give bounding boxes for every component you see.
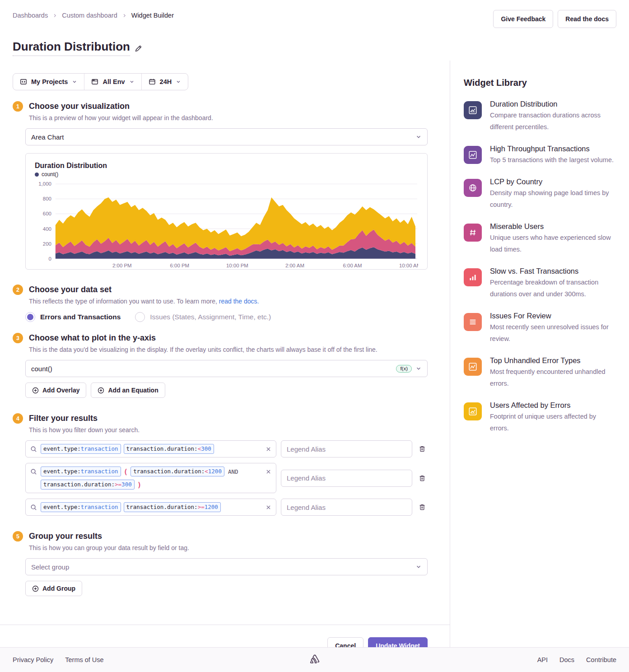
query-token[interactable]: event.type:transaction: [41, 467, 121, 476]
widget-library-item-description: Footprint of unique users affected by er…: [490, 411, 616, 434]
add-equation-button[interactable]: Add an Equation: [91, 383, 165, 398]
add-overlay-button[interactable]: Add Overlay: [25, 383, 86, 398]
step-title: Choose your data set: [29, 285, 112, 294]
query-token[interactable]: transaction.duration:<1200: [130, 467, 224, 476]
widget-library-item[interactable]: Users Affected by ErrorsFootprint of uni…: [464, 401, 616, 434]
line-chart-icon: [464, 146, 482, 164]
filter-query-input[interactable]: event.type:transaction(transaction.durat…: [25, 463, 276, 493]
plus-circle-icon: [32, 585, 39, 592]
globe-icon: [464, 179, 482, 197]
clear-filter-icon[interactable]: [266, 469, 271, 475]
widget-library-item[interactable]: Issues For ReviewMost recently seen unre…: [464, 312, 616, 345]
widget-library-item-name: Users Affected by Errors: [490, 401, 616, 410]
legend-alias-input[interactable]: [281, 499, 412, 516]
list-icon: [464, 313, 482, 331]
clear-filter-icon[interactable]: [266, 446, 271, 452]
sentry-logo-icon[interactable]: [309, 654, 321, 666]
breadcrumb-item[interactable]: Dashboards: [13, 12, 48, 19]
clear-filter-icon[interactable]: [266, 504, 271, 510]
footer-link[interactable]: Terms of Use: [65, 656, 103, 663]
trash-icon: [419, 445, 426, 453]
delete-filter-button[interactable]: [417, 502, 428, 513]
time-range-filter[interactable]: 24H: [141, 74, 188, 90]
footer-link[interactable]: Contribute: [586, 656, 616, 663]
step-number-badge: 4: [13, 413, 23, 424]
chevron-down-icon: [72, 79, 77, 84]
page-header: DashboardsCustom dashboardWidget Builder…: [0, 0, 629, 56]
svg-text:800: 800: [43, 196, 51, 201]
hash-icon: [464, 224, 482, 242]
trash-icon: [419, 475, 426, 482]
widget-library-item-name: Issues For Review: [490, 312, 616, 320]
chevron-down-icon: [176, 79, 181, 84]
widget-library-item[interactable]: Duration DistributionCompare transaction…: [464, 100, 616, 133]
line-chart-icon: [464, 358, 482, 376]
add-overlay-label: Add Overlay: [42, 387, 79, 394]
widget-builder-main: My Projects All Env: [0, 61, 450, 654]
filter-query-input[interactable]: event.type:transactiontransaction.durati…: [25, 440, 276, 457]
widget-library-item-description: Density map showing page load times by c…: [490, 187, 616, 210]
search-icon: [30, 468, 37, 475]
query-token[interactable]: event.type:transaction: [41, 502, 121, 512]
dataset-radio-option[interactable]: Issues (States, Assignment, Time, etc.): [135, 312, 271, 322]
query-token[interactable]: event.type:transaction: [41, 444, 121, 454]
breadcrumb-separator-icon: [52, 13, 57, 18]
group-select-placeholder: Select group: [31, 563, 415, 571]
footer-link[interactable]: Privacy Policy: [13, 656, 53, 663]
filter-row: event.type:transactiontransaction.durati…: [25, 440, 428, 457]
bar-chart-icon: [464, 268, 482, 286]
add-group-button[interactable]: Add Group: [25, 581, 82, 596]
widget-library-item[interactable]: LCP by CountryDensity map showing page l…: [464, 177, 616, 210]
widget-library-item[interactable]: Miserable UsersUnique users who have exp…: [464, 222, 616, 255]
environment-filter-label: All Env: [103, 78, 125, 85]
filter-query-input[interactable]: event.type:transactiontransaction.durati…: [25, 499, 276, 516]
step-title: Group your results: [29, 532, 102, 541]
chevron-down-icon: [415, 365, 422, 372]
legend-label: count(): [42, 171, 58, 177]
preview-chart-title: Duration Distribution: [35, 162, 418, 170]
yaxis-field-select[interactable]: count() f(x): [25, 360, 428, 377]
edit-title-pencil-icon[interactable]: [135, 45, 142, 52]
give-feedback-button[interactable]: Give Feedback: [493, 10, 553, 28]
query-token[interactable]: transaction.duration:>=1200: [124, 502, 221, 512]
delete-filter-button[interactable]: [417, 443, 428, 454]
calendar-icon: [149, 78, 156, 85]
add-equation-label: Add an Equation: [108, 387, 158, 394]
widget-library-item[interactable]: High Throughput TransactionsTop 5 transa…: [464, 145, 616, 166]
footer-link[interactable]: API: [537, 656, 548, 663]
query-token[interactable]: transaction.duration:>=300: [41, 480, 135, 490]
visualization-select[interactable]: Area Chart: [25, 128, 428, 145]
step-subtitle: This reflects the type of information yo…: [29, 298, 428, 305]
group-select[interactable]: Select group: [25, 558, 428, 575]
delete-filter-button[interactable]: [417, 473, 428, 484]
page-title: Duration Distribution: [13, 40, 130, 56]
read-the-docs-link[interactable]: read the docs.: [219, 298, 259, 305]
footer-right-links: APIDocsContribute: [537, 656, 616, 663]
dataset-radio-option[interactable]: Errors and Transactions: [25, 312, 121, 322]
area-chart-icon: [464, 402, 482, 420]
widget-library-item[interactable]: Top Unhandled Error TypesMost frequently…: [464, 356, 616, 389]
footer-link[interactable]: Docs: [559, 656, 574, 663]
widget-library-item-description: Unique users who have experienced slow l…: [490, 232, 616, 255]
legend-alias-input[interactable]: [281, 470, 412, 487]
projects-filter[interactable]: My Projects: [13, 74, 84, 90]
breadcrumb-item: Widget Builder: [131, 12, 174, 19]
legend-alias-input[interactable]: [281, 440, 412, 457]
step-dataset: 2 Choose your data set This reflects the…: [13, 285, 428, 322]
add-group-label: Add Group: [42, 585, 75, 592]
environment-filter[interactable]: All Env: [84, 74, 141, 90]
widget-library-item-name: High Throughput Transactions: [490, 145, 614, 153]
legend-dot: [35, 173, 39, 177]
widget-library-item-description: Compare transaction durations across dif…: [490, 109, 616, 133]
breadcrumb-item[interactable]: Custom dashboard: [62, 12, 117, 19]
query-token[interactable]: transaction.duration:<300: [124, 444, 214, 454]
step-title: Choose your visualization: [29, 102, 130, 111]
filter-rows: event.type:transactiontransaction.durati…: [25, 440, 428, 516]
step-number-badge: 3: [13, 333, 23, 343]
widget-library-item[interactable]: Slow vs. Fast TransactionsPercentage bre…: [464, 267, 616, 300]
projects-filter-label: My Projects: [31, 78, 68, 85]
read-the-docs-button[interactable]: Read the docs: [558, 10, 616, 28]
step-subtitle: This is how you filter down your search.: [29, 426, 428, 434]
widget-library-title: Widget Library: [464, 78, 616, 88]
widget-preview-card: Duration Distribution count() 0200400600…: [25, 153, 428, 270]
